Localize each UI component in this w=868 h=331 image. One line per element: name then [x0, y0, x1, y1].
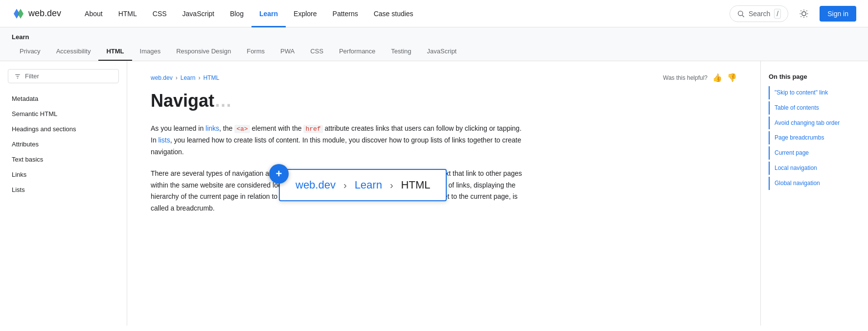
tab-javascript[interactable]: JavaScript: [419, 43, 465, 61]
theme-toggle-button[interactable]: [796, 6, 812, 22]
tab-responsive-design[interactable]: Responsive Design: [168, 43, 239, 61]
zoom-tooltip-box: web.dev › Learn › HTML: [279, 169, 447, 201]
helpful-row: Was this helpful? 👍 👎: [663, 73, 737, 82]
search-shortcut: /: [774, 9, 781, 19]
zoom-tooltip-overlay: + web.dev › Learn › HTML: [274, 169, 447, 201]
zoom-html: HTML: [401, 179, 431, 191]
nav-css[interactable]: CSS: [145, 0, 175, 27]
top-navigation: web.dev About HTML CSS JavaScript Blog L…: [0, 0, 868, 27]
nav-html[interactable]: HTML: [111, 0, 145, 27]
toc-skip-to-content[interactable]: "Skip to content" link: [769, 86, 860, 99]
svg-line-10: [806, 16, 807, 17]
toc-global-navigation[interactable]: Global navigation: [769, 177, 860, 190]
search-icon: [737, 10, 745, 18]
learn-section-title: Learn: [12, 27, 856, 41]
main-layout: Filter Metadata Semantic HTML Headings a…: [0, 61, 868, 326]
links-link[interactable]: links: [206, 124, 219, 132]
sun-icon: [799, 9, 809, 19]
secondary-navigation: Learn Privacy Accessibility HTML Images …: [0, 27, 868, 61]
breadcrumb-learn[interactable]: Learn: [181, 74, 196, 81]
secondary-nav-tabs: Privacy Accessibility HTML Images Respon…: [12, 43, 856, 61]
svg-point-2: [738, 11, 743, 15]
content-para-1: As you learned in links, the <a> element…: [151, 123, 523, 158]
page-heading: Navigat…: [151, 90, 737, 111]
sidebar-item-text-basics[interactable]: Text basics: [0, 152, 127, 167]
svg-line-11: [801, 16, 801, 17]
zoom-cursor-icon: +: [269, 164, 289, 184]
svg-marker-1: [18, 9, 23, 19]
filter-button[interactable]: Filter: [8, 69, 119, 83]
tab-privacy[interactable]: Privacy: [12, 43, 48, 61]
zoom-learn: Learn: [355, 179, 382, 191]
filter-icon: [14, 73, 21, 80]
nav-case-studies[interactable]: Case studies: [366, 0, 421, 27]
svg-point-4: [802, 11, 806, 15]
zoom-webdev: web.dev: [296, 179, 336, 191]
search-label: Search: [749, 10, 770, 18]
sidebar-item-lists[interactable]: Lists: [0, 182, 127, 197]
breadcrumb-sep-2: ›: [198, 74, 200, 81]
zoom-sep-2: ›: [390, 180, 393, 191]
nav-patterns[interactable]: Patterns: [325, 0, 366, 27]
nav-links: About HTML CSS JavaScript Blog Learn Exp…: [77, 0, 730, 27]
svg-line-9: [801, 10, 801, 11]
tab-css[interactable]: CSS: [302, 43, 331, 61]
tab-html[interactable]: HTML: [98, 43, 132, 61]
helpful-label: Was this helpful?: [663, 74, 708, 81]
toc-local-navigation[interactable]: Local navigation: [769, 162, 860, 175]
on-this-page-title: On this page: [769, 73, 860, 80]
nav-right: Search / Sign in: [730, 5, 856, 22]
nav-blog[interactable]: Blog: [222, 0, 251, 27]
sidebar-item-metadata[interactable]: Metadata: [0, 91, 127, 106]
toc-avoid-changing-tab-order[interactable]: Avoid changing tab order: [769, 117, 860, 130]
thumbs-down-icon[interactable]: 👎: [727, 73, 737, 82]
tab-accessibility[interactable]: Accessibility: [48, 43, 99, 61]
left-sidebar: Filter Metadata Semantic HTML Headings a…: [0, 61, 127, 326]
tab-forms[interactable]: Forms: [239, 43, 273, 61]
logo-link[interactable]: web.dev: [12, 7, 61, 21]
thumbs-up-icon[interactable]: 👍: [712, 73, 722, 82]
tab-performance[interactable]: Performance: [331, 43, 383, 61]
search-bar[interactable]: Search /: [730, 5, 788, 22]
tab-pwa[interactable]: PWA: [273, 43, 302, 61]
breadcrumb-html[interactable]: HTML: [203, 74, 219, 81]
nav-learn[interactable]: Learn: [251, 0, 286, 27]
tab-testing[interactable]: Testing: [383, 43, 419, 61]
nav-explore[interactable]: Explore: [286, 0, 324, 27]
svg-line-12: [806, 10, 807, 11]
toc-table-of-contents[interactable]: Table of contents: [769, 101, 860, 115]
breadcrumb-row: web.dev › Learn › HTML Was this helpful?…: [151, 73, 737, 82]
svg-line-3: [742, 15, 744, 17]
main-content: web.dev › Learn › HTML Was this helpful?…: [127, 61, 760, 326]
nav-about[interactable]: About: [77, 0, 111, 27]
toc-current-page[interactable]: Current page: [769, 146, 860, 160]
filter-label: Filter: [25, 72, 39, 80]
sidebar-item-headings[interactable]: Headings and sections: [0, 121, 127, 137]
logo-text: web.dev: [28, 8, 61, 19]
toc-page-breadcrumbs[interactable]: Page breadcrumbs: [769, 131, 860, 144]
breadcrumb-sep-1: ›: [176, 74, 178, 81]
tab-images[interactable]: Images: [132, 43, 169, 61]
sidebar-item-semantic-html[interactable]: Semantic HTML: [0, 106, 127, 121]
nav-javascript[interactable]: JavaScript: [175, 0, 222, 27]
breadcrumb: web.dev › Learn › HTML: [151, 74, 219, 81]
sidebar-item-attributes[interactable]: Attributes: [0, 137, 127, 152]
webdev-logo-icon: [12, 7, 25, 21]
lists-link[interactable]: lists: [159, 136, 170, 144]
sign-in-button[interactable]: Sign in: [820, 6, 856, 22]
sidebar-item-links[interactable]: Links: [0, 167, 127, 182]
breadcrumb-webdev[interactable]: web.dev: [151, 74, 173, 81]
right-sidebar: On this page "Skip to content" link Tabl…: [760, 61, 868, 326]
zoom-sep-1: ›: [343, 180, 347, 191]
